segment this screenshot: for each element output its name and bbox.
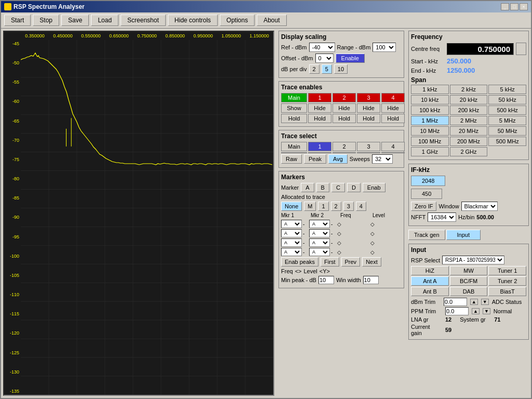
avg-button[interactable]: Avg xyxy=(328,154,348,164)
span-20mhz[interactable]: 20 MHz xyxy=(450,126,488,136)
span-5mhz[interactable]: 5 MHz xyxy=(488,116,526,125)
marker-a-button[interactable]: A xyxy=(301,183,314,192)
marker-c-button[interactable]: C xyxy=(331,183,345,192)
trace-1-hold[interactable]: Hold xyxy=(308,114,331,123)
load-button[interactable]: Load xyxy=(91,15,118,26)
stop-button[interactable]: Stop xyxy=(33,15,59,26)
span-1khz[interactable]: 1 kHz xyxy=(411,85,449,94)
mkr2-row4-select[interactable]: A xyxy=(309,248,330,256)
mkr2-row2-select[interactable]: A xyxy=(309,229,330,237)
first-button[interactable]: First xyxy=(321,257,339,267)
ppm-trim-down[interactable]: ▼ xyxy=(483,308,490,315)
trace-4-hide[interactable]: Hide xyxy=(381,103,405,113)
db-per-div-5-button[interactable]: 5 xyxy=(322,64,332,74)
raw-button[interactable]: Raw xyxy=(281,154,302,164)
trace-4-enable[interactable]: 4 xyxy=(381,93,405,102)
dbm-trim-up[interactable]: ▲ xyxy=(470,299,478,305)
span-2khz[interactable]: 2 kHz xyxy=(450,85,488,94)
centre-freq-spin[interactable] xyxy=(516,43,526,55)
span-500mhz[interactable]: 500 MHz xyxy=(488,137,526,146)
about-button[interactable]: About xyxy=(257,15,286,26)
trace-select-main[interactable]: Main xyxy=(281,142,307,151)
allocated-m-button[interactable]: M xyxy=(304,202,316,211)
if-2048-button[interactable]: 2048 xyxy=(411,176,445,186)
rsp-select-dropdown[interactable]: RSP1A - 1807025993 xyxy=(442,256,504,264)
mkr2-row3-select[interactable]: A xyxy=(309,238,330,247)
span-200khz[interactable]: 200 kHz xyxy=(450,105,488,115)
allocated-2-button[interactable]: 2 xyxy=(331,202,341,211)
span-50khz[interactable]: 50 kHz xyxy=(488,95,526,104)
dbm-trim-input[interactable] xyxy=(444,298,467,306)
allocated-3-button[interactable]: 3 xyxy=(343,202,354,211)
trace-1-hide[interactable]: Hide xyxy=(308,103,331,113)
span-20khz[interactable]: 20 kHz xyxy=(450,95,488,104)
minimize-button[interactable]: _ xyxy=(501,3,509,10)
ref-dbm-select[interactable]: -40 xyxy=(309,43,335,52)
allocated-none-button[interactable]: None xyxy=(281,202,302,211)
offset-dbm-select[interactable]: 0 xyxy=(315,54,334,63)
options-button[interactable]: Options xyxy=(220,15,255,26)
span-2mhz[interactable]: 2 MHz xyxy=(450,116,488,125)
enable-button[interactable]: Enable xyxy=(336,54,365,63)
window-select[interactable]: Blackman xyxy=(461,202,498,211)
track-gen-tab[interactable]: Track gen xyxy=(408,230,445,240)
ppm-trim-input[interactable] xyxy=(445,307,469,315)
span-1mhz[interactable]: 1 MHz xyxy=(411,116,449,125)
trace-3-hide[interactable]: Hide xyxy=(357,103,380,113)
trace-2-enable[interactable]: 2 xyxy=(332,93,356,102)
trace-select-1[interactable]: 1 xyxy=(308,142,331,151)
span-1ghz[interactable]: 1 GHz xyxy=(411,147,449,156)
sweeps-select[interactable]: 32 xyxy=(372,154,393,164)
mw-button[interactable]: MW xyxy=(450,266,488,275)
input-tab[interactable]: Input xyxy=(446,230,481,240)
zero-if-button[interactable]: Zero IF xyxy=(411,202,436,211)
save-button[interactable]: Save xyxy=(61,15,89,26)
span-10khz[interactable]: 10 kHz xyxy=(411,95,449,104)
allocated-4-button[interactable]: 4 xyxy=(356,202,366,211)
span-100mhz[interactable]: 100 MHz xyxy=(411,137,449,146)
dbm-trim-down[interactable]: ▼ xyxy=(481,299,489,305)
span-10mhz[interactable]: 10 MHz xyxy=(411,126,449,136)
ant-a-button[interactable]: Ant A xyxy=(411,276,449,286)
prev-button[interactable]: Prev xyxy=(341,257,361,267)
trace-4-hold[interactable]: Hold xyxy=(381,114,405,123)
ant-b-button[interactable]: Ant B xyxy=(411,287,449,296)
centre-freq-value[interactable]: 0.750000 xyxy=(447,43,514,55)
hide-controls-button[interactable]: Hide controls xyxy=(168,15,218,26)
peak-button[interactable]: Peak xyxy=(304,154,326,164)
ppm-trim-up[interactable]: ▲ xyxy=(472,308,480,315)
mkr1-row4-select[interactable]: A xyxy=(281,248,302,256)
span-50mhz[interactable]: 50 MHz xyxy=(488,126,526,136)
marker-d-button[interactable]: D xyxy=(347,183,361,192)
start-button[interactable]: Start xyxy=(4,15,31,26)
tuner2-button[interactable]: Tuner 2 xyxy=(488,276,526,286)
biast-button[interactable]: BiasT xyxy=(488,287,526,296)
tuner1-button[interactable]: Tuner 1 xyxy=(488,266,526,275)
trace-select-3[interactable]: 3 xyxy=(357,142,380,151)
screenshot-button[interactable]: Screenshot xyxy=(121,15,166,26)
span-200mhz[interactable]: 200 MHz xyxy=(450,137,488,146)
mkr1-row1-select[interactable]: A xyxy=(281,220,302,228)
min-peak-input[interactable] xyxy=(318,276,334,284)
enab-peaks-button[interactable]: Enab peaks xyxy=(281,257,318,267)
range-dbm-select[interactable]: 100 xyxy=(373,43,396,52)
trace-main-hold[interactable]: Hold xyxy=(281,114,307,123)
marker-b-button[interactable]: B xyxy=(316,183,329,192)
db-per-div-10-button[interactable]: 10 xyxy=(334,64,348,74)
bcfm-button[interactable]: BC/FM xyxy=(450,276,488,286)
close-button[interactable]: × xyxy=(520,3,528,10)
trace-3-hold[interactable]: Hold xyxy=(357,114,380,123)
span-5khz[interactable]: 5 kHz xyxy=(488,85,526,94)
hiz-button[interactable]: HiZ xyxy=(411,266,449,275)
trace-main-show[interactable]: Show xyxy=(281,103,307,113)
mkr1-row2-select[interactable]: A xyxy=(281,229,302,237)
mkr1-row3-select[interactable]: A xyxy=(281,238,302,247)
trace-1-enable[interactable]: 1 xyxy=(308,93,331,102)
trace-3-enable[interactable]: 3 xyxy=(357,93,380,102)
db-per-div-2-button[interactable]: 2 xyxy=(309,64,320,74)
trace-2-hide[interactable]: Hide xyxy=(332,103,356,113)
span-2ghz[interactable]: 2 GHz xyxy=(450,147,488,156)
trace-select-2[interactable]: 2 xyxy=(332,142,356,151)
trace-2-hold[interactable]: Hold xyxy=(332,114,356,123)
win-width-input[interactable] xyxy=(363,276,379,284)
